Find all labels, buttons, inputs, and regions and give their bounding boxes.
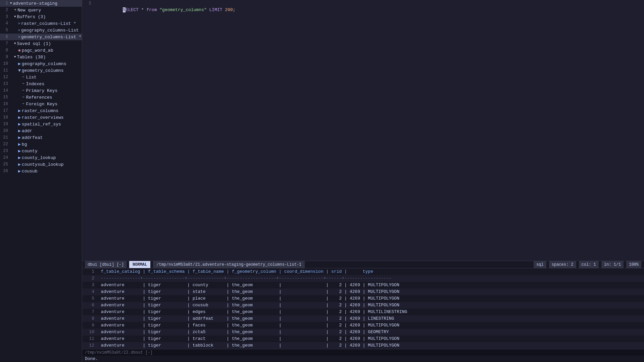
table-row: 6 adventure | tiger | cousub | the_geom … <box>82 302 644 309</box>
sidebar-item-buffers[interactable]: 3 ▼ Buffers (3) <box>0 13 82 20</box>
arrow-right-icon: ▶ <box>18 61 21 66</box>
references-label: References <box>26 95 52 100</box>
arrow-right-icon: » <box>18 29 20 32</box>
raster-columns-label: raster_columns <box>22 108 58 113</box>
sidebar-item-raster-columns[interactable]: 17 ▶ raster_columns <box>0 107 82 114</box>
table-row: 12 adventure | tiger | tabblock | the_ge… <box>82 342 644 349</box>
arrow-right-icon: ▶ <box>18 148 21 154</box>
geometry-columns-label: geometry_columns <box>22 68 64 73</box>
sidebar-item-cousub[interactable]: 26 ▶ cousub <box>0 168 82 174</box>
buffers-label: Buffers (3) <box>17 14 46 19</box>
star-icon: ✱ <box>18 48 21 53</box>
ln-badge: ln: 1/1 <box>601 261 624 268</box>
table-row: 7 adventure | tiger | edges | the_geom |… <box>82 309 644 315</box>
sidebar-item-geography-columns-list[interactable]: 5 » geography_columns-List * <box>0 27 82 34</box>
plus-icon: + <box>14 8 16 12</box>
sql-badge: sql <box>534 261 546 268</box>
sidebar-item-county[interactable]: 23 ▶ county <box>0 148 82 154</box>
arrow-right-icon: ▶ <box>18 108 21 113</box>
sidebar-item-label: adventure-staging <box>13 1 57 6</box>
separator-content: ---------------+----------------+-------… <box>96 275 641 282</box>
results-separator-row: 2 ---------------+----------------+-----… <box>82 275 644 282</box>
status-left: dbui [dbui] [-] NORMAL /tmp/nvimMS3a0t/2… <box>85 261 305 268</box>
geography-columns-label: geography_columns <box>22 61 66 66</box>
list-label: List <box>26 75 37 80</box>
spatial-ref-sys-label: spatial_ref_sys <box>22 122 61 127</box>
pagc-word-ab-label: pagc_word_ab <box>22 48 53 53</box>
sidebar-item-adventure-staging[interactable]: 1 ▼ adventure-staging <box>0 0 82 7</box>
foreign-keys-label: Foreign Keys <box>26 102 58 107</box>
sidebar[interactable]: 1 ▼ adventure-staging 2 + New query 3 ▼ … <box>0 0 82 362</box>
status-bar: dbui [dbui] [-] NORMAL /tmp/nvimMS3a0t/2… <box>82 261 644 268</box>
tree-open-icon: ▼ <box>14 15 16 18</box>
table-row: 8 adventure | tiger | addrfeat | the_geo… <box>82 315 644 322</box>
arrow-right-icon: ▶ <box>18 155 21 160</box>
sidebar-item-county-lookup[interactable]: 24 ▶ county_lookup <box>0 154 82 161</box>
arrow-right-icon: ▶ <box>18 162 21 167</box>
sidebar-item-references[interactable]: 15 ~ References <box>0 94 82 101</box>
results-table: 1 f_table_catalog | f_table_schema | f_t… <box>82 268 644 349</box>
arrow-right-icon: ▶ <box>18 115 21 120</box>
sidebar-item-geography-columns[interactable]: 10 ▶ geography_columns <box>0 60 82 67</box>
sidebar-item-primary-keys[interactable]: 14 ~ Primary Keys <box>0 87 82 94</box>
sidebar-item-raster-overviews[interactable]: 18 ▶ raster_overviews <box>0 114 82 121</box>
raster-columns-list-label: raster_columns-List * <box>21 21 76 26</box>
table-row: 11 adventure | tiger | tract | the_geom … <box>82 335 644 342</box>
sidebar-item-foreign-keys[interactable]: 16 ~ Foreign Keys <box>0 101 82 107</box>
spaces-badge: spaces: 2 <box>549 261 576 268</box>
editor-area: 1 SELECT * from "geometry_columns" LIMIT… <box>82 0 644 362</box>
sidebar-item-spatial-ref-sys[interactable]: 19 ▶ spatial_ref_sys <box>0 121 82 127</box>
cursor: S <box>123 7 126 12</box>
table-row: 9 adventure | tiger | faces | the_geom |… <box>82 322 644 329</box>
table-row: 10 adventure | tiger | zcta5 | the_geom … <box>82 329 644 335</box>
addrfeat-label: addrfeat <box>22 135 43 140</box>
tilde-icon: ~ <box>22 89 24 93</box>
sidebar-item-raster-columns-list[interactable]: 4 » raster_columns-List * <box>0 20 82 27</box>
primary-keys-label: Primary Keys <box>26 88 58 93</box>
indexes-label: Indexes <box>26 82 45 87</box>
done-text: Done. <box>82 356 644 362</box>
results-area: 1 f_table_catalog | f_table_schema | f_t… <box>82 268 644 362</box>
editor-top: 1 SELECT * from "geometry_columns" LIMIT… <box>82 0 644 261</box>
tilde-icon: ~ <box>22 75 24 79</box>
sidebar-item-bg[interactable]: 22 ▶ bg <box>0 141 82 148</box>
county-lookup-label: county_lookup <box>22 155 56 160</box>
arrow-right-icon: » <box>18 22 20 25</box>
file-path-badge: /tmp/nvimMS3a0t/21.adventure-staging-geo… <box>153 261 305 268</box>
arrow-right-icon: ▶ <box>18 168 21 174</box>
main-container: 1 ▼ adventure-staging 2 + New query 3 ▼ … <box>0 0 644 362</box>
sidebar-item-addrfeat[interactable]: 21 ▶ addrfeat <box>0 134 82 141</box>
sidebar-item-geometry-columns-list[interactable]: 6 » geometry_columns-List * <box>0 34 82 40</box>
status-right: sql spaces: 2 col: 1 ln: 1/1 100% <box>534 261 641 268</box>
sidebar-item-pagc-word-ab[interactable]: 8 ✱ pagc_word_ab <box>0 47 82 54</box>
sidebar-item-geometry-columns[interactable]: 11 ▼ geometry_columns <box>0 67 82 74</box>
arrow-right-icon: » <box>18 35 20 39</box>
sidebar-item-new-query[interactable]: 2 + New query <box>0 7 82 13</box>
tree-open-icon: ▼ <box>18 68 21 73</box>
editor-content[interactable]: SELECT * from "geometry_columns" LIMIT 2… <box>94 0 644 261</box>
sidebar-item-indexes[interactable]: 13 ~ Indexes <box>0 81 82 87</box>
col-badge: col: 1 <box>579 261 599 268</box>
arrow-right-icon: ▶ <box>18 121 21 127</box>
geography-columns-list-label: geography_columns-List * <box>21 28 82 33</box>
sidebar-item-countysub-lookup[interactable]: 25 ▶ countysub_lookup <box>0 161 82 168</box>
table-row: 3 adventure | tiger | county | the_geom … <box>82 282 644 289</box>
raster-overviews-label: raster_overviews <box>22 115 64 120</box>
cousub-label: cousub <box>22 169 38 174</box>
county-label: county <box>22 149 38 154</box>
sidebar-item-list[interactable]: 12 ~ List <box>0 74 82 81</box>
table-row: 5 adventure | tiger | place | the_geom |… <box>82 295 644 302</box>
tilde-icon: ~ <box>22 102 24 106</box>
pct-badge: 100% <box>626 261 641 268</box>
addr-label: addr <box>22 128 32 134</box>
sidebar-item-saved-sql[interactable]: 7 ▼ Saved sql (1) <box>0 40 82 47</box>
editor-line-numbers: 1 <box>82 0 94 261</box>
tree-open-icon: ▼ <box>14 42 16 45</box>
bottom-path: /tmp/nvimMS3a0t/22.dbout [-] <box>85 350 153 355</box>
tilde-icon: ~ <box>22 95 24 99</box>
sidebar-item-addr[interactable]: 20 ▶ addr <box>0 127 82 134</box>
sidebar-item-tables[interactable]: 9 ▼ Tables (38) <box>0 54 82 60</box>
countysub-lookup-label: countysub_lookup <box>22 162 64 167</box>
saved-sql-label: Saved sql (1) <box>17 41 51 46</box>
tables-label: Tables (38) <box>17 55 46 60</box>
